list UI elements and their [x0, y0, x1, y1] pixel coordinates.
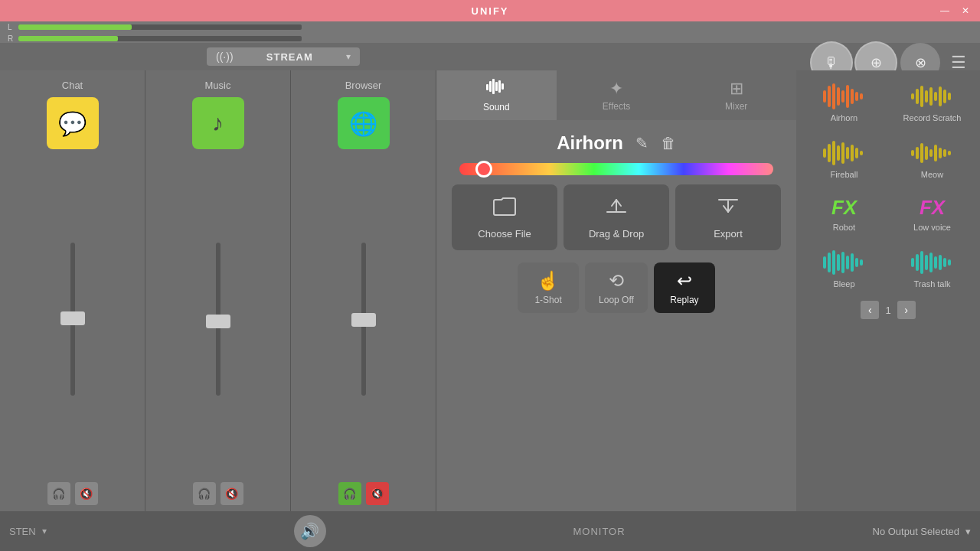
- svg-rect-29: [846, 147, 849, 159]
- vu-meter: L R: [8, 20, 302, 44]
- music-fader-thumb[interactable]: [206, 315, 230, 328]
- volume-icon: 🔊: [300, 522, 319, 540]
- stream-chevron-icon: ▾: [346, 51, 351, 62]
- color-thumb[interactable]: [475, 161, 492, 178]
- content-panel: Sound ✦ Effects ⊞ Mixer Airhorn ✎ 🗑: [436, 70, 796, 511]
- vu-right-track: [18, 36, 302, 41]
- tab-effects[interactable]: ✦ Effects: [557, 70, 677, 120]
- svg-rect-13: [855, 92, 858, 101]
- sound-item-low-voice[interactable]: FX Low voice: [890, 190, 974, 238]
- svg-rect-41: [948, 151, 951, 155]
- music-headphone-button[interactable]: 🎧: [193, 482, 216, 505]
- choose-file-label: Choose File: [478, 228, 531, 240]
- svg-rect-47: [846, 256, 849, 269]
- svg-rect-45: [837, 254, 840, 271]
- svg-rect-8: [832, 83, 835, 109]
- export-label: Export: [714, 228, 743, 240]
- airhorn-label: Airhorn: [831, 113, 858, 122]
- sound-tab-label: Sound: [483, 102, 510, 112]
- svg-rect-51: [911, 258, 914, 267]
- replay-button[interactable]: ↩ Replay: [654, 262, 715, 313]
- sound-item-robot[interactable]: FX Robot: [802, 190, 886, 238]
- one-shot-button[interactable]: ☝ 1-Shot: [518, 262, 579, 313]
- sound-item-airhorn[interactable]: Airhorn: [802, 77, 886, 129]
- svg-rect-18: [925, 90, 928, 103]
- music-icon[interactable]: ♪: [192, 97, 244, 149]
- svg-rect-32: [860, 151, 863, 155]
- svg-rect-23: [948, 93, 951, 100]
- trash-talk-label: Trash talk: [914, 279, 951, 289]
- export-button[interactable]: Export: [675, 184, 781, 250]
- vu-left-track: [18, 24, 302, 30]
- svg-rect-22: [943, 90, 946, 103]
- chat-fader-thumb[interactable]: [60, 311, 85, 325]
- sound-item-meow[interactable]: Meow: [890, 133, 974, 185]
- volume-button[interactable]: 🔊: [294, 515, 326, 547]
- tab-mixer[interactable]: ⊞ Mixer: [676, 70, 796, 120]
- next-page-button[interactable]: ›: [897, 301, 916, 319]
- svg-rect-30: [851, 145, 854, 161]
- sound-item-trash-talk[interactable]: Trash talk: [890, 243, 974, 295]
- effects-tab-label: Effects: [603, 101, 630, 112]
- close-button[interactable]: ✕: [959, 4, 972, 18]
- svg-rect-56: [934, 256, 937, 269]
- svg-rect-0: [486, 84, 488, 90]
- svg-rect-7: [828, 86, 831, 107]
- browser-headphone-button[interactable]: 🎧: [338, 482, 361, 505]
- chat-mute-button[interactable]: 🔇: [75, 482, 98, 505]
- edit-sound-button[interactable]: ✎: [635, 134, 648, 152]
- prev-page-button[interactable]: ‹: [861, 301, 879, 319]
- svg-rect-38: [934, 145, 937, 161]
- delete-sound-button[interactable]: 🗑: [661, 135, 676, 152]
- svg-rect-20: [934, 92, 937, 101]
- music-fader-track: [216, 243, 220, 396]
- loop-off-label: Loop Off: [599, 295, 634, 305]
- robot-fx-icon: FX: [831, 196, 857, 220]
- bleep-label: Bleep: [833, 279, 854, 289]
- one-shot-label: 1-Shot: [534, 295, 561, 305]
- browser-fader-area: [346, 158, 381, 479]
- svg-rect-3: [495, 82, 498, 91]
- svg-rect-53: [920, 251, 923, 274]
- minimize-button[interactable]: —: [937, 4, 952, 18]
- chat-icon[interactable]: 💬: [47, 97, 99, 149]
- stream-selector[interactable]: ((·)) STREAM ▾: [207, 47, 360, 66]
- chat-headphone-button[interactable]: 🎧: [47, 482, 70, 505]
- sound-item-bleep[interactable]: Bleep: [802, 243, 886, 295]
- color-slider[interactable]: [459, 163, 773, 175]
- browser-mute-button[interactable]: 🔇: [366, 482, 389, 505]
- sound-name: Airhorn: [557, 132, 623, 154]
- svg-rect-40: [943, 149, 946, 157]
- svg-rect-6: [823, 90, 826, 103]
- monitor-label: MONITOR: [573, 526, 625, 537]
- mixer-tab-label: Mixer: [725, 101, 747, 112]
- listen-chevron-icon: ▾: [42, 526, 47, 536]
- tab-sound[interactable]: Sound: [436, 70, 557, 120]
- vu-left-label: L: [8, 23, 15, 31]
- output-selector[interactable]: No Output Selected ▾: [873, 526, 971, 537]
- svg-rect-10: [841, 90, 844, 103]
- svg-rect-52: [916, 254, 919, 271]
- loop-off-button[interactable]: ⟲ Loop Off: [585, 262, 648, 313]
- drag-drop-button[interactable]: Drag & Drop: [564, 184, 669, 250]
- music-mute-button[interactable]: 🔇: [220, 482, 243, 505]
- svg-rect-34: [916, 147, 919, 159]
- sound-item-fireball[interactable]: Fireball: [802, 133, 886, 185]
- svg-rect-24: [823, 148, 826, 158]
- browser-icon[interactable]: 🌐: [338, 97, 390, 149]
- svg-rect-39: [939, 148, 942, 158]
- listen-selector[interactable]: STEN ▾: [9, 526, 47, 537]
- sound-item-record-scratch[interactable]: Record Scratch: [890, 77, 974, 129]
- choose-file-button[interactable]: Choose File: [452, 184, 557, 250]
- pagination: ‹ 1 ›: [802, 301, 974, 319]
- fireball-label: Fireball: [830, 170, 858, 179]
- svg-rect-57: [939, 255, 942, 270]
- svg-rect-9: [837, 87, 840, 106]
- replay-label: Replay: [670, 295, 698, 305]
- svg-rect-25: [828, 144, 831, 162]
- svg-rect-21: [939, 86, 942, 106]
- svg-rect-31: [855, 148, 858, 158]
- svg-rect-5: [501, 83, 504, 90]
- browser-fader-thumb[interactable]: [351, 313, 376, 327]
- browser-label: Browser: [345, 80, 382, 91]
